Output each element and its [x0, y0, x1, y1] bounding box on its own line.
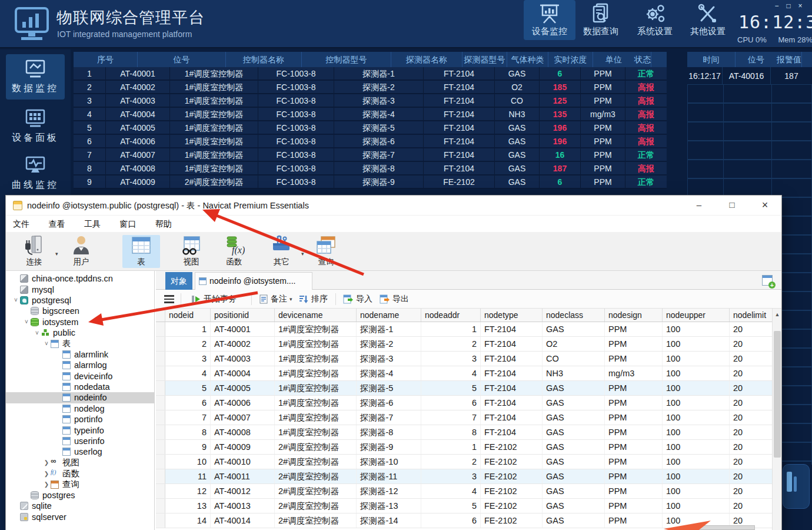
grid-cell[interactable]: 探测器-2	[357, 337, 421, 351]
grid-cell[interactable]: PPM	[605, 440, 663, 454]
grid-cell[interactable]: FE-2102	[481, 469, 543, 483]
row-marker[interactable]	[156, 322, 165, 336]
sort-button[interactable]: 排序	[299, 290, 328, 309]
device-table-row[interactable]: 6 AT-40006 1#调度室控制器 FC-1003-8 探测器-6 FT-2…	[74, 135, 667, 148]
grid-cell[interactable]: 20	[730, 396, 772, 410]
grid-cell[interactable]: 20	[730, 322, 772, 336]
grid-cell[interactable]: PPM	[605, 322, 663, 336]
tree-item[interactable]: ❯ 视图	[6, 458, 154, 468]
grid-cell[interactable]: 2	[421, 337, 481, 351]
tree-item[interactable]: ❯ 函数	[6, 468, 154, 479]
row-marker[interactable]	[156, 440, 165, 454]
grid-column-header[interactable]: nodetype	[481, 309, 543, 322]
grid-cell[interactable]: mg/m3	[605, 366, 663, 380]
grid-cell[interactable]: 1	[165, 322, 211, 336]
grid-cell[interactable]: 20	[730, 366, 772, 380]
menu-help[interactable]: 帮助	[147, 216, 180, 232]
grid-cell[interactable]: AT-40012	[211, 484, 275, 498]
tree-item[interactable]: portinfo	[6, 414, 154, 425]
grid-cell[interactable]: 11	[165, 469, 211, 483]
grid-cell[interactable]: 5	[165, 381, 211, 395]
tree-item[interactable]: deviceinfo	[6, 371, 154, 382]
tree-item[interactable]: ˅ iotsystem	[6, 317, 154, 327]
sidebar-item-curve-monitor[interactable]: 曲线监控	[6, 151, 65, 196]
tree-expander-icon[interactable]: ❯	[42, 459, 51, 466]
grid-cell[interactable]: GAS	[543, 440, 605, 454]
grid-cell[interactable]: FE-2102	[481, 440, 543, 454]
grid-cell[interactable]: AT-40003	[211, 352, 275, 366]
row-marker[interactable]	[156, 425, 165, 439]
nav-system-settings[interactable]: 系统设置	[629, 0, 681, 40]
grid-cell[interactable]: FT-2104	[481, 410, 543, 425]
grid-cell[interactable]: 100	[663, 455, 730, 469]
grid-cell[interactable]: 探测器-5	[357, 381, 421, 395]
tree-expander-icon[interactable]: ˅	[22, 319, 31, 325]
grid-cell[interactable]: 探测器-4	[357, 366, 421, 380]
row-marker[interactable]	[156, 514, 165, 528]
grid-cell[interactable]: 7	[165, 410, 211, 425]
grid-cell[interactable]: 探测器-7	[357, 410, 421, 425]
grid-cell[interactable]: 100	[663, 337, 730, 351]
grid-cell[interactable]: 3	[421, 469, 481, 483]
device-table-row[interactable]: 3 AT-40003 1#调度室控制器 FC-1003-8 探测器-3 FT-2…	[74, 94, 667, 108]
grid-cell[interactable]: FT-2104	[481, 366, 543, 380]
grid-cell[interactable]: FT-2104	[481, 396, 543, 410]
bg-minimize-button[interactable]: −	[771, 2, 783, 10]
grid-cell[interactable]: 2#调度室控制器	[275, 455, 357, 469]
grid-cell[interactable]: 探测器-6	[357, 396, 421, 410]
grid-cell[interactable]: 探测器-10	[357, 455, 421, 469]
tree-item[interactable]: sqlserver	[6, 512, 154, 522]
grid-cell[interactable]: 20	[730, 484, 772, 498]
grid-cell[interactable]: FE-2102	[481, 484, 543, 498]
grid-cell[interactable]: PPM	[605, 410, 663, 425]
grid-cell[interactable]: 2#调度室控制器	[275, 440, 357, 454]
grid-cell[interactable]: 2#调度室控制器	[275, 484, 357, 498]
grid-cell[interactable]: 14	[165, 514, 211, 528]
tree-item[interactable]: ˅ public	[6, 327, 154, 338]
grid-cell[interactable]: 3	[165, 352, 211, 366]
grid-cell[interactable]: AT-40001	[211, 322, 275, 336]
tab-objects[interactable]: 对象	[165, 272, 192, 290]
maximize-button[interactable]: □	[716, 196, 748, 216]
grid-cell[interactable]: GAS	[543, 322, 605, 336]
grid-cell[interactable]: GAS	[543, 514, 605, 528]
export-button[interactable]: 导出	[380, 290, 409, 309]
note-button[interactable]: 备注 ▾	[259, 290, 292, 309]
row-marker[interactable]	[156, 455, 165, 469]
grid-cell[interactable]: FE-2102	[481, 514, 543, 528]
grid-cell[interactable]: 100	[663, 425, 730, 439]
row-marker[interactable]	[156, 484, 165, 498]
grid-cell[interactable]: 2	[421, 455, 481, 469]
tree-item[interactable]: alarmlog	[6, 360, 154, 370]
tree-item[interactable]: ❯ 查询	[6, 479, 154, 489]
grid-cell[interactable]: AT-40009	[211, 440, 275, 454]
grid-cell[interactable]: 1	[421, 440, 481, 454]
navicat-titlebar[interactable]: nodeinfo @iotsystem.public (postgresql) …	[6, 196, 781, 216]
grid-cell[interactable]: GAS	[543, 381, 605, 395]
grid-cell[interactable]: 5	[421, 381, 481, 395]
grid-cell[interactable]: AT-40007	[211, 410, 275, 425]
tree-item[interactable]: china-once.tpddns.cn	[6, 273, 154, 284]
grid-cell[interactable]: 2#调度室控制器	[275, 514, 357, 528]
grid-cell[interactable]: 探测器-13	[357, 499, 421, 513]
grid-cell[interactable]: FT-2104	[481, 352, 543, 366]
nav-data-query[interactable]: 数据查询	[575, 0, 627, 40]
bg-maximize-button[interactable]: □	[783, 2, 794, 10]
grid-cell[interactable]: 20	[730, 352, 772, 366]
grid-cell[interactable]: 20	[730, 381, 772, 395]
grid-cell[interactable]: PPM	[605, 455, 663, 469]
device-table-row[interactable]: 1 AT-40001 1#调度室控制器 FC-1003-8 探测器-1 FT-2…	[74, 67, 667, 81]
grid-cell[interactable]: PPM	[605, 499, 663, 513]
import-button[interactable]: 导入	[343, 290, 372, 309]
grid-cell[interactable]: 6	[421, 514, 481, 528]
toolbar-table-button[interactable]: 表	[122, 235, 160, 268]
grid-column-header[interactable]: devicename	[275, 309, 357, 322]
grid-cell[interactable]: 探测器-11	[357, 469, 421, 483]
grid-cell[interactable]: 8	[421, 425, 481, 439]
grid-column-header[interactable]: positionid	[211, 309, 275, 322]
grid-cell[interactable]: FT-2104	[481, 425, 543, 439]
row-marker[interactable]	[156, 352, 165, 366]
grid-cell[interactable]: GAS	[543, 484, 605, 498]
grid-cell[interactable]: 探测器-1	[357, 322, 421, 336]
grid-cell[interactable]: AT-40002	[211, 337, 275, 351]
